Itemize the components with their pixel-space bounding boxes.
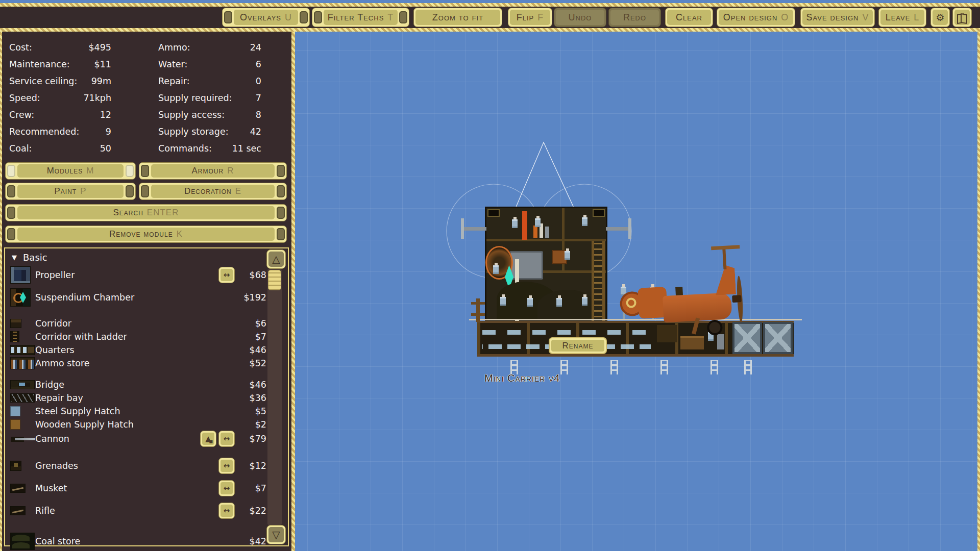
panel-button-remove-module[interactable]: Remove moduleK [5,226,287,243]
module-row-bridge[interactable]: Bridge$46 [5,378,266,391]
module-name: Bridge [35,380,195,390]
button-cap [7,185,15,197]
module-row-ammo-store[interactable]: Ammo store$52 [5,357,266,370]
hull-ladder [592,241,605,321]
scroll-down-button[interactable]: ▽ [266,525,286,544]
flip-arrows-icon: ↔ [220,482,233,494]
toolbar-button-flip[interactable]: FlipF [508,8,552,27]
toolbar-button-label: Zoom to fit [432,12,483,23]
module-name: Musket [35,483,195,493]
design-canvas[interactable]: Mini Carrier v4 Rename [295,32,980,551]
shortcut-key: O [781,12,789,23]
scrollbar-thumb[interactable] [268,270,281,290]
airship[interactable]: Mini Carrier v4 Rename [295,32,980,551]
module-icon-col [5,533,35,550]
module-list: ▼BasicPropeller↔$68Suspendium Chamber$19… [4,247,289,546]
module-row-steel-supply-hatch[interactable]: Steel Supply Hatch$5 [5,405,266,418]
toolbar-button-label: Filter Techs [328,12,384,23]
panel-button-paint[interactable]: PaintP [5,183,136,200]
module-price: $79 [235,434,266,444]
stat-label: Service ceiling: [9,76,77,86]
scrollbar-track[interactable] [267,269,282,525]
settings-button[interactable]: ⚙ [930,8,950,27]
module-row-grenades[interactable]: Grenades↔$12 [5,455,266,477]
toolbar-bottom-border [0,28,980,32]
stat-value: 42 [250,127,261,137]
stat-row: Water:6 [158,56,261,72]
stat-row: Speed:71kph [9,89,111,106]
module-row-suspendium-chamber[interactable]: Suspendium Chamber$192 [5,286,266,309]
propeller-icon [10,266,31,284]
help-manual-button[interactable]: ? [952,8,972,27]
rename-button[interactable]: Rename [549,337,607,354]
toolbar-button-plate: OverlaysU [234,10,298,25]
stat-value: $11 [94,59,111,69]
flip-module-button[interactable]: ↔ [218,503,235,519]
toolbar-button-overlays[interactable]: OverlaysU [222,8,310,27]
elevation-toggle-button[interactable]: ▲■ [200,431,216,447]
module-row-wooden-supply-hatch[interactable]: Wooden Supply Hatch$2 [5,418,266,431]
button-cap [314,11,322,23]
deck-x-brace [763,322,793,354]
stat-value: 50 [100,143,111,154]
module-row-repair-bay[interactable]: Repair bay$36 [5,391,266,405]
toolbar-button-open-design[interactable]: Open designO [717,8,795,27]
panel-button-search[interactable]: SearchENTER [5,204,287,221]
panel-button-decoration[interactable]: DecorationE [139,183,287,200]
panel-button-label: Remove module [109,229,173,239]
module-row-corridor[interactable]: Corridor$6 [5,317,266,330]
toolbar-button-zoom-to-fit[interactable]: Zoom to fit [413,8,502,27]
module-row-coal-store[interactable]: Coal store$42 [5,530,266,551]
toolbar-button-leave[interactable]: LeaveL [878,8,926,27]
stat-row: Recommended:9 [9,123,111,140]
button-cap [300,11,308,23]
module-row-buttons: ↔ [195,480,235,496]
module-name: Wooden Supply Hatch [35,419,195,430]
module-row-corridor-with-ladder[interactable]: Corridor with Ladder$7 [5,330,266,343]
stat-row: Repair:0 [158,72,261,89]
module-row-cannon[interactable]: Cannon▲■↔$79 [5,431,266,446]
module-price: $5 [235,406,266,416]
module-price: $12 [235,461,266,471]
shortcut-key: M [86,166,94,176]
module-name: Quarters [35,345,195,355]
module-icon-col [5,419,35,430]
button-cap [7,165,15,177]
module-row-musket[interactable]: Musket↔$7 [5,477,266,499]
shortcut-key: T [387,12,394,23]
toolbar-button-save-design[interactable]: Save designV [800,8,875,27]
module-row-quarters[interactable]: Quarters$46 [5,343,266,357]
toolbar-button-plate: Clear [667,10,711,25]
corridor-with-ladder-icon [10,331,19,342]
flip-module-button[interactable]: ↔ [218,267,235,283]
button-cap [224,11,232,23]
stat-label: Supply required: [158,93,232,103]
module-group-header[interactable]: ▼Basic [5,251,266,264]
toolbar-button-filter-techs[interactable]: Filter TechsT [312,8,409,27]
module-row-buttons: ↔ [195,267,235,283]
cannon-icon [10,435,35,442]
stat-value: 71kph [83,93,111,103]
toolbar-button-clear[interactable]: Clear [665,8,713,27]
corridor-icon [10,319,21,328]
stat-row: Commands:11 sec [158,140,261,157]
button-cap [277,185,285,197]
module-row-propeller[interactable]: Propeller↔$68 [5,264,266,286]
module-icon-col [5,506,35,515]
module-row-rifle[interactable]: Rifle↔$22 [5,499,266,522]
stat-row: Cost:$495 [9,39,111,56]
panel-button-armour[interactable]: ArmourR [139,162,287,180]
flip-module-button[interactable]: ↔ [218,431,235,447]
scroll-up-button[interactable]: △ [266,249,286,269]
flip-module-button[interactable]: ↔ [218,458,235,474]
flip-module-button[interactable]: ↔ [218,480,235,496]
module-name: Repair bay [35,393,195,403]
panel-button-modules[interactable]: ModulesM [5,162,136,180]
caret-down-icon: ▼ [12,254,17,261]
ammo-store-icon [10,357,35,369]
toolbar-button-plate: Open designO [719,10,793,25]
panel-button-plate: PaintP [17,185,124,198]
button-cap [126,165,134,177]
stat-row: Crew:12 [9,106,111,123]
stat-value: 6 [256,59,261,69]
